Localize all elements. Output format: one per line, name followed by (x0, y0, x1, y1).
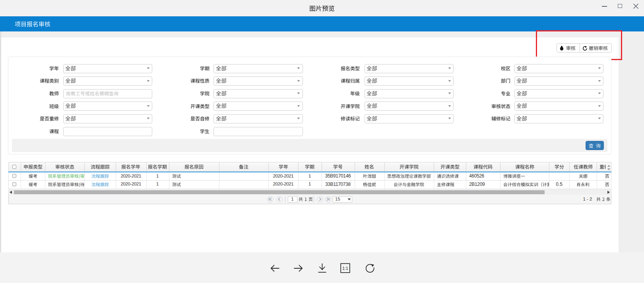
svg-text:1:1: 1:1 (342, 266, 348, 271)
